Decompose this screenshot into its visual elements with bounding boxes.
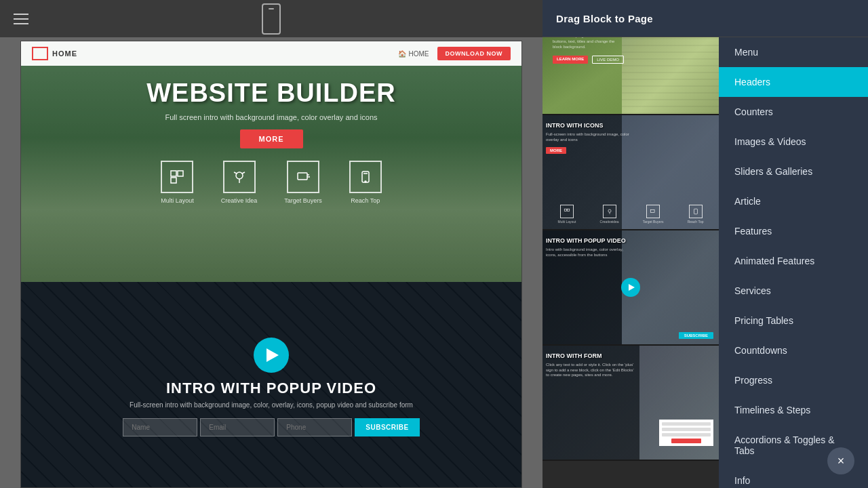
thumb-subscribe-btn-preview: SUBSCRIBE (679, 332, 713, 339)
preview-scroll: HOME 🏠 HOME DOWNLOAD NOW WEBSITE BUILDER… (20, 41, 522, 488)
pv-play-button[interactable] (254, 338, 289, 373)
wb-icon-label: Creative Idea (221, 197, 258, 204)
svg-rect-0 (171, 171, 176, 176)
thumb-icon-row: Multi Layout Creativeidea Target Buyers (546, 205, 715, 224)
wb-more-button[interactable]: MORE (240, 129, 303, 148)
wb-icon-item: Target Buyers (284, 161, 322, 204)
wb-icon-label: Target Buyers (284, 197, 322, 204)
sidebar-item-counters[interactable]: Counters (719, 97, 868, 127)
wb-icon-label: Reach Top (351, 197, 380, 204)
wb-nav-right: 🏠 HOME DOWNLOAD NOW (398, 47, 511, 60)
wb-icon-multi-layout (161, 161, 193, 193)
wb-icon-label: Multi Layout (161, 197, 194, 204)
hamburger-icon[interactable] (14, 14, 28, 24)
pv-email-input[interactable] (200, 418, 275, 436)
pv-phone-input[interactable] (277, 418, 352, 436)
thumb-popup-video-desc: Intro with background image, color overl… (546, 247, 623, 257)
phone-preview-icon (262, 3, 281, 35)
thumb-form-line (662, 428, 711, 431)
close-button[interactable]: × (827, 447, 854, 474)
preview-area: HOME 🏠 HOME DOWNLOAD NOW WEBSITE BUILDER… (0, 0, 542, 488)
svg-rect-7 (298, 173, 307, 180)
svg-point-11 (365, 181, 366, 182)
sidebar-item-progress[interactable]: Progress (719, 365, 868, 395)
svg-rect-14 (567, 209, 569, 211)
wb-title: WEBSITE BUILDER (146, 79, 396, 108)
wb-download-button[interactable]: DOWNLOAD NOW (437, 47, 511, 60)
sidebar-item-headers[interactable]: Headers (719, 67, 868, 97)
thumb-more-btn[interactable]: MORE (546, 147, 566, 154)
thumb-form-content: INTRO WITH FORM Click any text to add or… (546, 352, 634, 378)
pv-title: INTRO WITH POPUP VIDEO (166, 380, 376, 397)
thumb-form-line (662, 433, 711, 436)
thumb-intro-icons-desc: Full-screen intro with background image,… (546, 132, 629, 142)
sidebar-item-pricing-tables[interactable]: Pricing Tables (719, 306, 868, 336)
thumb-form-line (662, 422, 711, 426)
wb-subtitle: Full screen intro with background image,… (165, 113, 377, 121)
wb-icon-item: Creative Idea (221, 161, 258, 204)
thumb-form-preview (659, 420, 713, 446)
wb-icon-target-buyers (287, 161, 319, 193)
sidebar-item-sliders-galleries[interactable]: Sliders & Galleries (719, 157, 868, 186)
wb-icon-item: Reach Top (349, 161, 382, 204)
website-builder-section: HOME 🏠 HOME DOWNLOAD NOW WEBSITE BUILDER… (21, 41, 521, 282)
drag-header: Drag Block to Page (542, 0, 868, 37)
sidebar-item-countdowns[interactable]: Countdowns (719, 336, 868, 365)
sidebar-item-features[interactable]: Features (719, 216, 868, 246)
close-icon: × (837, 454, 845, 468)
svg-rect-1 (178, 171, 183, 176)
wb-navbar: HOME 🏠 HOME DOWNLOAD NOW (21, 41, 521, 66)
wb-icon-item: Multi Layout (161, 161, 194, 204)
wb-logo-text: HOME (52, 49, 77, 58)
sidebar-item-menu[interactable]: Menu (719, 37, 868, 67)
top-bar (0, 0, 542, 37)
thumb-popup-video-content: INTRO WITH POPUP VIDEO Intro with backgr… (546, 237, 634, 258)
phone-frame (262, 3, 281, 35)
thumb-intro-icons[interactable]: INTRO WITH ICONS Full-screen intro with … (542, 115, 719, 230)
sidebar-item-article[interactable]: Article (719, 186, 868, 216)
svg-line-5 (234, 172, 237, 174)
svg-rect-17 (650, 210, 654, 213)
sidebar-item-timelines-steps[interactable]: Timelines & Steps (719, 395, 868, 425)
pv-form-row: SUBSCRIBE (123, 418, 419, 436)
mobirise-logo-icon (32, 47, 48, 60)
thumb-intro-popup-video[interactable]: INTRO WITH POPUP VIDEO Intro with backgr… (542, 230, 719, 346)
sidebar-item-animated-features[interactable]: Animated Features (719, 246, 868, 276)
drag-title: Drag Block to Page (556, 13, 653, 24)
thumb-intro-form[interactable]: INTRO WITH FORM Click any text to add or… (542, 346, 719, 461)
pv-subtitle: Full-screen intro with background image,… (130, 401, 413, 409)
right-panel: Drag Block to Page FULL SCREEN INTRO Cli… (542, 0, 868, 488)
svg-rect-13 (564, 209, 566, 211)
pv-subscribe-button[interactable]: SUBSCRIBE (355, 418, 419, 436)
thumbnails-strip[interactable]: FULL SCREEN INTRO Click any text to edit… (542, 0, 719, 488)
svg-point-3 (236, 172, 243, 179)
sidebar-item-images-videos[interactable]: Images & Videos (719, 127, 868, 157)
thumb-intro-form-label: INTRO WITH FORM (546, 352, 602, 359)
svg-line-6 (242, 172, 245, 174)
wb-icon-creative-idea (223, 161, 256, 193)
thumb-learn-more-btn[interactable]: LEARN MORE (553, 56, 588, 64)
thumb-intro-icons-label: INTRO WITH ICONS (546, 122, 604, 129)
wb-logo: HOME (32, 47, 77, 60)
thumb-intro-icons-content: INTRO WITH ICONS Full-screen intro with … (546, 122, 634, 155)
svg-rect-18 (694, 209, 697, 214)
svg-point-15 (608, 209, 611, 212)
thumb-form-subscribe-btn (671, 439, 701, 443)
thumb-live-demo-btn[interactable]: LIVE DEMO (592, 56, 624, 64)
sidebar-item-services[interactable]: Services (719, 276, 868, 306)
popup-video-section: INTRO WITH POPUP VIDEO Full-screen intro… (21, 282, 521, 488)
thumb-popup-video-label: INTRO WITH POPUP VIDEO (546, 237, 626, 244)
thumb-intro-form-desc: Click any text to add or style it. Click… (546, 363, 634, 378)
wb-content: WEBSITE BUILDER Full screen intro with b… (21, 66, 521, 148)
wb-icons-row: Multi Layout Creative Idea (161, 161, 382, 204)
svg-rect-2 (171, 178, 176, 183)
pv-name-input[interactable] (123, 418, 197, 436)
thumb-play-button[interactable] (621, 278, 640, 297)
sidebar-nav: Menu Headers Counters Images & Videos Sl… (719, 0, 868, 488)
wb-home-link[interactable]: 🏠 HOME (398, 50, 429, 58)
wb-icon-reach-top (349, 161, 382, 193)
